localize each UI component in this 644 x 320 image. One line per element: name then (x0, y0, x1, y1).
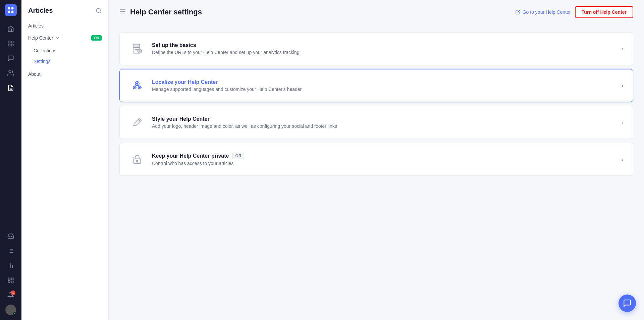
search-button[interactable] (96, 8, 102, 14)
svg-point-37 (137, 83, 138, 85)
private-card[interactable]: Keep your Help Center private Off Contro… (119, 143, 633, 176)
style-desc: Add your logo, header image and color, a… (152, 123, 616, 129)
svg-rect-6 (8, 44, 10, 46)
inbox-icon[interactable] (5, 230, 17, 242)
notification-badge: 1 (11, 290, 15, 295)
setup-basics-desc: Define the URLs to your Help Center and … (152, 50, 616, 55)
style-content: Style your Help Center Add your logo, he… (152, 116, 616, 129)
localize-card[interactable]: Localize your Help Center Manage support… (119, 69, 633, 102)
goto-help-center-label: Go to your Help Center (523, 9, 571, 15)
sidebar-item-settings[interactable]: Settings (21, 56, 108, 67)
articles-icon[interactable] (5, 82, 17, 94)
svg-rect-20 (8, 278, 10, 280)
localize-content: Localize your Help Center Manage support… (152, 79, 616, 92)
style-title: Style your Help Center (152, 116, 616, 122)
sidebar-title-text: Articles (28, 7, 53, 14)
svg-point-41 (139, 87, 141, 88)
sidebar-item-articles[interactable]: Articles (21, 20, 108, 32)
avatar[interactable] (5, 304, 17, 316)
collections-label: Collections (34, 48, 56, 53)
private-title-text: Keep your Help Center private (152, 153, 229, 159)
sidebar-title: Articles (21, 7, 108, 20)
sidebar-item-help-center[interactable]: Help Center On (21, 32, 108, 44)
menu-icon[interactable] (119, 8, 126, 16)
localize-arrow: › (622, 82, 624, 89)
messages-icon[interactable] (5, 52, 17, 64)
style-arrow: › (622, 119, 624, 126)
settings-label: Settings (34, 59, 51, 64)
private-icon (129, 151, 145, 167)
setup-basics-arrow: › (622, 45, 624, 52)
home-icon[interactable] (5, 23, 17, 35)
svg-line-42 (135, 86, 138, 86)
stats-icon[interactable] (5, 260, 17, 272)
online-indicator (13, 312, 16, 315)
notifications-icon[interactable]: 1 (5, 289, 17, 301)
main-content: Help Center settings Go to your Help Cen… (109, 0, 644, 320)
svg-point-39 (134, 87, 136, 88)
help-center-status-badge: On (91, 35, 102, 41)
sidebar-articles-label: Articles (28, 23, 44, 29)
turn-off-help-center-button[interactable]: Turn off Help Center (575, 6, 633, 18)
app-logo[interactable] (5, 4, 17, 16)
help-center-submenu: Collections Settings (21, 44, 108, 68)
private-desc: Control who has access to your articles (152, 161, 616, 166)
apps-icon[interactable] (5, 274, 17, 286)
svg-rect-0 (8, 7, 10, 9)
reports-icon[interactable] (5, 38, 17, 50)
svg-rect-3 (11, 11, 13, 13)
setup-basics-card[interactable]: Set up the basics Define the URLs to you… (119, 32, 633, 65)
style-icon (129, 114, 145, 130)
user-avatar (5, 305, 16, 315)
svg-point-8 (9, 71, 11, 73)
svg-rect-1 (11, 7, 13, 9)
contacts-icon[interactable] (5, 67, 17, 79)
svg-point-46 (137, 160, 138, 162)
svg-line-44 (138, 119, 140, 121)
private-arrow: › (622, 156, 624, 163)
svg-rect-5 (11, 41, 13, 43)
svg-point-23 (96, 8, 100, 12)
help-center-label: Help Center (28, 35, 60, 41)
external-link-icon (515, 9, 521, 15)
page-title: Help Center settings (130, 8, 202, 16)
private-title: Keep your Help Center private Off (152, 153, 616, 159)
private-content: Keep your Help Center private Off Contro… (152, 153, 616, 166)
svg-rect-22 (11, 281, 13, 283)
page-header: Help Center settings Go to your Help Cen… (109, 0, 644, 24)
svg-line-43 (137, 86, 140, 86)
svg-rect-21 (11, 278, 13, 280)
header-left: Help Center settings (119, 8, 202, 16)
chat-support-button[interactable] (619, 295, 636, 312)
svg-rect-7 (11, 44, 13, 46)
style-card[interactable]: Style your Help Center Add your logo, he… (119, 106, 633, 139)
svg-line-28 (517, 10, 520, 12)
svg-rect-45 (134, 159, 141, 164)
svg-rect-4 (8, 41, 10, 43)
svg-rect-30 (133, 44, 140, 48)
sidebar: Articles Articles Help Center On Collect… (21, 0, 109, 320)
goto-help-center-link[interactable]: Go to your Help Center (515, 9, 571, 15)
private-status-badge: Off (232, 153, 244, 159)
icon-rail: 1 (0, 0, 21, 320)
localize-icon (129, 77, 145, 94)
chevron-down-icon (55, 36, 60, 40)
help-center-text: Help Center (28, 35, 53, 41)
localize-title: Localize your Help Center (152, 79, 616, 85)
header-right: Go to your Help Center Turn off Help Cen… (515, 6, 633, 18)
setup-basics-content: Set up the basics Define the URLs to you… (152, 42, 616, 55)
list-icon[interactable] (5, 245, 17, 257)
sidebar-item-about[interactable]: About (21, 68, 108, 80)
settings-cards: Set up the basics Define the URLs to you… (109, 24, 644, 188)
about-label: About (28, 71, 41, 77)
svg-rect-2 (8, 11, 10, 13)
setup-basics-icon (129, 41, 145, 57)
sidebar-item-collections[interactable]: Collections (21, 45, 108, 56)
setup-basics-title: Set up the basics (152, 42, 616, 48)
localize-desc: Manage supported languages and customize… (152, 87, 616, 92)
svg-line-24 (100, 12, 101, 13)
